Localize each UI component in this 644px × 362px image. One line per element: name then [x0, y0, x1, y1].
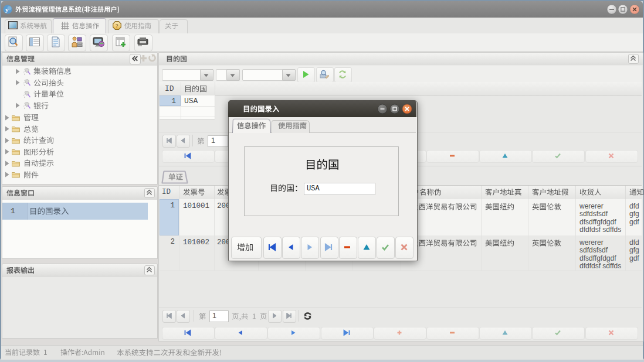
svg-text:?: ?: [116, 23, 118, 29]
